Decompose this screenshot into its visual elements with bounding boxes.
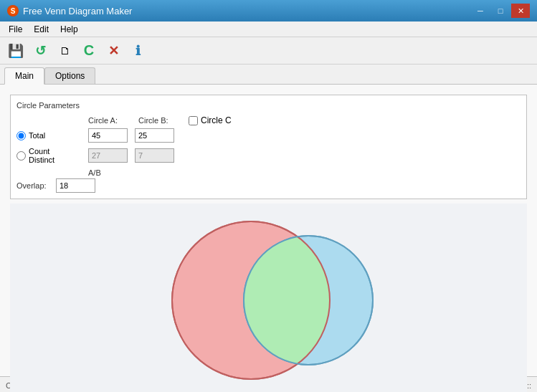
params-panel: Circle Parameters Circle A: Circle B: Ci…: [10, 95, 527, 199]
circle-headers: Circle A: Circle B: Circle C: [88, 115, 521, 125]
overlap-section: A/B Overlap:: [16, 168, 521, 193]
green-c-icon: C: [84, 42, 94, 59]
tab-main[interactable]: Main: [4, 67, 44, 85]
title-bar: S Free Venn Diagram Maker ─ □ ✕: [0, 0, 537, 21]
count-distinct-radio-label[interactable]: CountDistinct: [16, 147, 88, 164]
circle-c-checkbox[interactable]: [189, 116, 198, 125]
count-distinct-label: CountDistinct: [29, 147, 54, 164]
overlap-row: Overlap:: [16, 178, 521, 193]
total-radio-label[interactable]: Total: [16, 131, 88, 140]
circle-b-header: Circle B:: [138, 116, 181, 125]
save-icon: 💾: [8, 43, 24, 59]
tab-options[interactable]: Options: [44, 67, 95, 84]
app-title: Free Venn Diagram Maker: [23, 6, 132, 16]
circle-a-header: Circle A:: [88, 116, 131, 125]
params-title: Circle Parameters: [16, 101, 521, 110]
circle-a-total-input[interactable]: [88, 128, 128, 143]
copy-icon: 🗋: [60, 44, 70, 57]
total-radio[interactable]: [16, 131, 26, 140]
green-c-button[interactable]: C: [77, 40, 100, 62]
overlap-label: Overlap:: [16, 181, 56, 190]
total-row: Total: [16, 128, 521, 143]
title-bar-left: S Free Venn Diagram Maker: [7, 5, 132, 16]
circle-c-area: Circle C: [189, 115, 232, 125]
minimize-button[interactable]: ─: [471, 4, 490, 18]
copy-button[interactable]: 🗋: [53, 40, 76, 62]
save-button[interactable]: 💾: [4, 40, 27, 62]
delete-button[interactable]: ✕: [102, 40, 125, 62]
delete-icon: ✕: [108, 43, 119, 59]
menu-help[interactable]: Help: [54, 21, 84, 37]
count-distinct-radio[interactable]: [16, 151, 26, 161]
refresh-button[interactable]: ↺: [29, 40, 52, 62]
total-label: Total: [29, 131, 45, 140]
venn-diagram: [147, 204, 391, 392]
menu-file[interactable]: File: [3, 21, 28, 37]
maximize-button[interactable]: □: [491, 4, 510, 18]
circle-a-count-input[interactable]: [88, 148, 128, 163]
main-content: Circle Parameters Circle A: Circle B: Ci…: [0, 85, 537, 376]
circle-b-count-input[interactable]: [135, 148, 174, 163]
info-button[interactable]: ℹ: [126, 40, 149, 62]
title-bar-controls: ─ □ ✕: [471, 4, 530, 18]
tab-bar: Main Options: [0, 64, 537, 85]
circle-b-total-input[interactable]: [135, 128, 174, 143]
diagram-area: [10, 204, 527, 392]
menu-bar: File Edit Help: [0, 21, 537, 37]
close-button[interactable]: ✕: [511, 4, 530, 18]
refresh-icon: ↺: [35, 43, 46, 59]
toolbar: 💾 ↺ 🗋 C ✕ ℹ: [0, 37, 537, 64]
ab-label: A/B: [88, 168, 521, 177]
count-distinct-row: CountDistinct: [16, 147, 521, 164]
menu-edit[interactable]: Edit: [28, 21, 54, 37]
info-icon: ℹ: [136, 43, 141, 59]
app-icon: S: [7, 5, 19, 16]
circle-c-label: Circle C: [201, 115, 232, 125]
overlap-input[interactable]: [56, 178, 95, 193]
